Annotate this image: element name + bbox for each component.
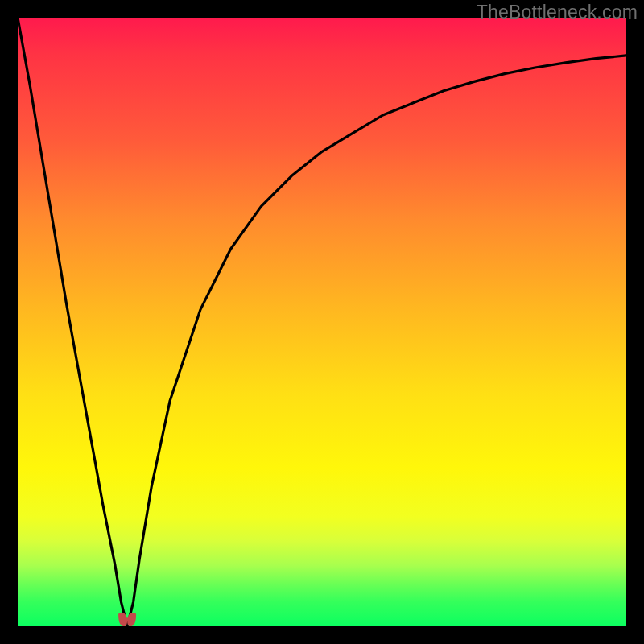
- watermark-text: TheBottleneck.com: [477, 2, 638, 23]
- gradient-background: [18, 18, 626, 626]
- chart-stage: TheBottleneck.com: [0, 0, 644, 644]
